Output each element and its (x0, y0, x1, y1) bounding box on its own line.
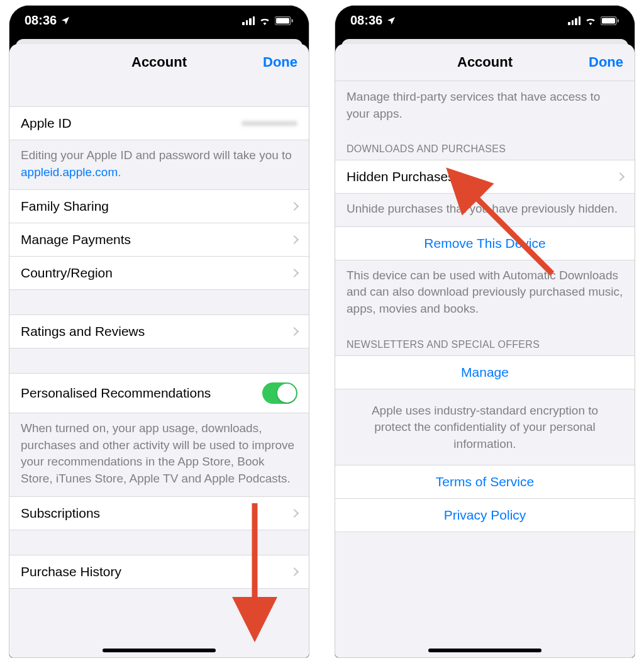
personalised-recommendations-row: Personalised Recommendations (9, 373, 309, 413)
chevron-right-icon (290, 327, 299, 336)
nav-title: Account (131, 54, 187, 70)
chevron-right-icon (290, 269, 299, 277)
country-region-row[interactable]: Country/Region (9, 256, 309, 290)
apple-id-footer: Editing your Apple ID and password will … (9, 140, 309, 189)
svg-rect-7 (618, 19, 619, 22)
account-sheet: Account Done Apple ID ••••••••••• Editin… (9, 44, 309, 657)
phone-right: 08:36 Account Done Manage third-party se… (335, 5, 635, 658)
phone-left: 08:36 Account Done Apple ID (9, 5, 309, 658)
done-button[interactable]: Done (263, 54, 297, 70)
home-indicator[interactable] (103, 649, 216, 652)
battery-icon (601, 16, 619, 25)
section-newsletters: NEWSLETTERS AND SPECIAL OFFERS (335, 326, 635, 355)
account-sheet: Account Done Manage third-party services… (335, 44, 635, 657)
chevron-right-icon (616, 172, 625, 181)
svg-rect-6 (602, 18, 615, 23)
purchase-history-row[interactable]: Purchase History (9, 555, 309, 589)
chevron-right-icon (290, 202, 299, 211)
family-sharing-row[interactable]: Family Sharing (9, 189, 309, 223)
chevron-right-icon (290, 235, 299, 244)
section-downloads-purchases: DOWNLOADS AND PURCHASES (335, 131, 635, 160)
wifi-icon (258, 16, 271, 25)
apps-access-footer: Manage third-party services that have ac… (335, 81, 635, 131)
cellular-icon (568, 16, 580, 25)
nav-title: Account (457, 54, 513, 70)
manage-newsletters-button[interactable]: Manage (335, 355, 635, 389)
privacy-policy-link[interactable]: Privacy Policy (335, 498, 635, 532)
ratings-reviews-row[interactable]: Ratings and Reviews (9, 315, 309, 348)
status-bar: 08:36 (9, 6, 309, 34)
subscriptions-row[interactable]: Subscriptions (9, 496, 309, 530)
manage-payments-row[interactable]: Manage Payments (9, 223, 309, 257)
svg-rect-2 (292, 19, 294, 22)
personalised-recommendations-toggle[interactable] (262, 382, 297, 404)
location-icon (386, 16, 396, 26)
remove-device-button[interactable]: Remove This Device (335, 226, 635, 260)
apple-id-label: Apple ID (21, 116, 242, 131)
encryption-footer: Apple uses industry-standard encryption … (335, 389, 635, 465)
apple-id-row[interactable]: Apple ID ••••••••••• (9, 106, 309, 140)
nav-bar: Account Done (335, 44, 635, 81)
apple-id-value: ••••••••••• (242, 116, 297, 131)
status-bar: 08:36 (335, 6, 635, 34)
status-time: 08:36 (25, 13, 57, 28)
terms-of-service-link[interactable]: Terms of Service (335, 465, 635, 499)
location-icon (60, 16, 70, 26)
status-time: 08:36 (350, 13, 382, 28)
apple-id-link[interactable]: appleid.apple.com (21, 165, 118, 179)
nav-bar: Account Done (9, 44, 309, 81)
chevron-right-icon (290, 567, 299, 576)
wifi-icon (584, 16, 597, 25)
svg-rect-1 (276, 18, 289, 23)
home-indicator[interactable] (428, 649, 541, 652)
cellular-icon (242, 16, 255, 25)
hidden-purchases-footer: Unhide purchases that you have previousl… (335, 193, 635, 226)
battery-icon (275, 16, 294, 25)
personalised-recommendations-footer: When turned on, your app usage, download… (9, 413, 309, 496)
done-button[interactable]: Done (589, 54, 623, 70)
chevron-right-icon (290, 508, 299, 517)
hidden-purchases-row[interactable]: Hidden Purchases (335, 160, 635, 194)
remove-device-footer: This device can be used with Automatic D… (335, 260, 635, 326)
